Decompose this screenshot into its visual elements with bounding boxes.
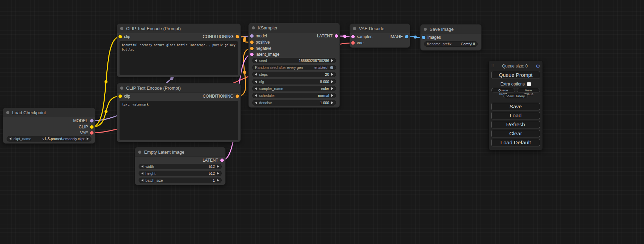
negative-prompt-textarea[interactable]: text, watermark (120, 101, 238, 140)
output-slot-conditioning[interactable]: CONDITIONING (203, 93, 239, 99)
random-seed-toggle-widget[interactable]: Random seed after every gen enabled (252, 65, 336, 70)
collapse-dot-icon[interactable] (353, 27, 356, 30)
drag-handle-icon[interactable]: ⠿ (491, 64, 494, 69)
extra-options-checkbox[interactable] (527, 82, 531, 86)
node-empty-latent-image[interactable]: Empty Latent Image LATENT width 512 heig… (135, 147, 226, 185)
node-title-bar[interactable]: KSampler (249, 23, 339, 33)
slot-dot-latent-image[interactable] (250, 53, 254, 56)
node-clip-text-encode-positive[interactable]: CLIP Text Encode (Prompt) clip CONDITION… (117, 24, 241, 77)
increment-arrow-icon[interactable] (331, 59, 333, 62)
increment-arrow-icon[interactable] (331, 73, 333, 76)
node-title-bar[interactable]: Load Checkpoint (3, 108, 95, 117)
slot-dot-image[interactable] (405, 35, 408, 38)
input-slot-positive[interactable]: positive (250, 39, 270, 45)
collapse-dot-icon[interactable] (138, 151, 141, 154)
input-slot-negative[interactable]: negative (250, 45, 271, 52)
output-slot-image[interactable]: IMAGE (389, 34, 408, 40)
view-history-button[interactable]: View History (503, 94, 528, 98)
slot-dot-negative[interactable] (250, 47, 254, 50)
increment-arrow-icon[interactable] (217, 179, 219, 182)
slot-dot-positive[interactable] (250, 40, 254, 44)
slot-dot-clip[interactable] (118, 94, 122, 98)
collapse-dot-icon[interactable] (120, 27, 123, 30)
collapse-dot-icon[interactable] (424, 28, 427, 31)
slot-dot-samples[interactable] (351, 35, 355, 38)
link-midpoint-dot[interactable] (343, 35, 346, 38)
increment-arrow-icon[interactable] (217, 165, 219, 168)
batch-size-widget[interactable]: batch_size 1 (139, 178, 222, 183)
queue-prompt-button[interactable]: Queue Prompt (491, 71, 540, 79)
steps-widget[interactable]: steps 20 (252, 72, 336, 77)
next-value-arrow-icon[interactable] (331, 87, 333, 90)
prev-value-arrow-icon[interactable] (255, 87, 257, 90)
next-value-arrow-icon[interactable] (87, 137, 89, 140)
slot-dot-latent[interactable] (220, 159, 224, 162)
link-midpoint-dot[interactable] (243, 71, 246, 74)
node-title-bar[interactable]: VAE Decode (350, 24, 410, 33)
input-slot-images[interactable]: images (422, 34, 441, 40)
decrement-arrow-icon[interactable] (255, 59, 257, 62)
prev-value-arrow-icon[interactable] (9, 137, 11, 140)
node-title-bar[interactable]: CLIP Text Encode (Prompt) (117, 24, 240, 33)
input-slot-clip[interactable]: clip (118, 34, 130, 40)
view-queue-button[interactable]: View Queue (517, 88, 540, 92)
input-slot-vae[interactable]: vae (351, 40, 363, 46)
clear-button[interactable]: Clear (491, 130, 540, 137)
collapse-dot-icon[interactable] (120, 87, 123, 90)
decrement-arrow-icon[interactable] (255, 80, 257, 83)
link-midpoint-dot[interactable] (170, 77, 174, 80)
link-midpoint-dot[interactable] (414, 36, 417, 39)
filename-prefix-widget[interactable]: filename_prefix ComfyUI (424, 41, 478, 47)
decrement-arrow-icon[interactable] (141, 179, 143, 182)
slot-dot-clip[interactable] (90, 125, 94, 129)
denoise-widget[interactable]: denoise 1.000 (252, 100, 336, 106)
increment-arrow-icon[interactable] (331, 101, 333, 104)
width-widget[interactable]: width 512 (139, 164, 222, 169)
input-slot-clip[interactable]: clip (118, 93, 130, 99)
positive-prompt-textarea[interactable]: beautiful scenery nature glass bottle la… (120, 41, 238, 75)
settings-gear-icon[interactable]: ⚙ (536, 64, 540, 69)
node-load-checkpoint[interactable]: Load Checkpoint MODEL CLIP VAE ckpt_name… (3, 108, 95, 144)
node-vae-decode[interactable]: VAE Decode samples IMAGE vae (350, 24, 410, 48)
decrement-arrow-icon[interactable] (141, 172, 143, 175)
decrement-arrow-icon[interactable] (255, 101, 257, 104)
link-midpoint-dot[interactable] (105, 80, 108, 83)
link-midpoint-dot[interactable] (105, 110, 108, 113)
decrement-arrow-icon[interactable] (255, 73, 257, 76)
slot-dot-clip[interactable] (118, 35, 122, 38)
slot-dot-vae[interactable] (351, 41, 355, 45)
load-default-button[interactable]: Load Default (491, 139, 540, 146)
decrement-arrow-icon[interactable] (141, 165, 143, 168)
slot-dot-conditioning[interactable] (236, 35, 239, 38)
slot-dot-latent[interactable] (335, 34, 338, 38)
scheduler-widget[interactable]: scheduler normal (252, 93, 336, 98)
input-slot-model[interactable]: model (250, 33, 267, 39)
collapse-dot-icon[interactable] (252, 26, 255, 29)
cfg-widget[interactable]: cfg 8.000 (252, 79, 336, 84)
node-save-image[interactable]: Save Image images filename_prefix ComfyU… (420, 24, 482, 51)
node-clip-text-encode-negative[interactable]: CLIP Text Encode (Prompt) clip CONDITION… (117, 83, 241, 142)
output-slot-clip[interactable]: CLIP (79, 124, 94, 130)
ckpt-name-widget[interactable]: ckpt_name v1-5-pruned-emaonly.ckpt (7, 136, 91, 142)
output-slot-vae[interactable]: VAE (80, 130, 94, 136)
prev-value-arrow-icon[interactable] (255, 94, 257, 97)
increment-arrow-icon[interactable] (217, 172, 219, 175)
load-button[interactable]: Load (491, 112, 540, 119)
slot-dot-model[interactable] (250, 34, 254, 38)
slot-dot-conditioning[interactable] (236, 94, 239, 98)
link-wire[interactable] (92, 96, 120, 127)
slot-dot-vae[interactable] (90, 131, 94, 135)
node-ksampler[interactable]: KSampler LATENT model positive negative … (248, 23, 340, 108)
next-value-arrow-icon[interactable] (331, 94, 333, 97)
refresh-button[interactable]: Refresh (491, 121, 540, 128)
sampler-name-widget[interactable]: sampler_name euler (252, 86, 336, 91)
node-title-bar[interactable]: CLIP Text Encode (Prompt) (117, 83, 240, 93)
seed-widget[interactable]: seed 156680208700286 (252, 58, 336, 63)
input-slot-samples[interactable]: samples (351, 34, 372, 40)
toggle-dot-icon[interactable] (330, 66, 333, 69)
slot-dot-model[interactable] (90, 119, 94, 123)
output-slot-latent[interactable]: LATENT (317, 33, 338, 39)
output-slot-latent[interactable]: LATENT (203, 157, 224, 163)
save-button[interactable]: Save (491, 103, 540, 110)
increment-arrow-icon[interactable] (331, 80, 333, 83)
